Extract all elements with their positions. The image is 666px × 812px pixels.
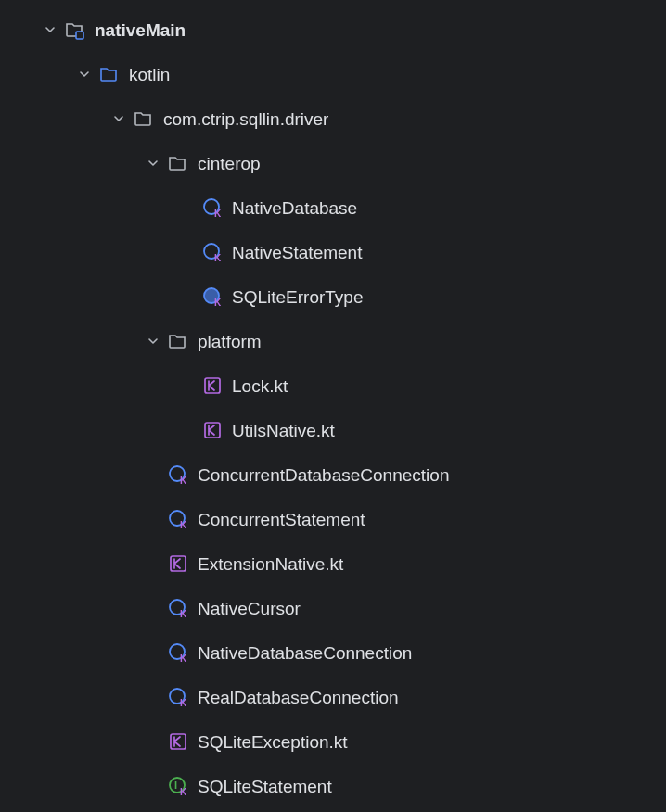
kotlin-enum-icon	[202, 286, 223, 307]
tree-item-label: platform	[198, 333, 262, 350]
chevron-down-icon[interactable]	[144, 332, 162, 350]
tree-item[interactable]: Lock.kt	[0, 363, 666, 408]
tree-item-label: ConcurrentDatabaseConnection	[198, 466, 449, 484]
folder-icon	[134, 108, 154, 129]
kotlin-class-icon	[168, 687, 188, 707]
kotlin-class-icon	[168, 598, 188, 618]
kotlin-class-icon	[168, 464, 188, 485]
tree-item-label: NativeDatabase	[232, 199, 357, 217]
kotlin-file-icon	[202, 420, 223, 440]
kotlin-file-icon	[202, 375, 223, 396]
folder-icon	[168, 153, 188, 173]
tree-item[interactable]: NativeStatement	[0, 230, 666, 274]
kotlin-file-icon	[168, 553, 188, 574]
tree-item[interactable]: cinterop	[0, 141, 666, 185]
tree-item[interactable]: platform	[0, 319, 666, 363]
tree-item[interactable]: UtilsNative.kt	[0, 408, 666, 452]
tree-item-label: SQLiteErrorType	[232, 288, 364, 306]
tree-item[interactable]: SQLiteErrorType	[0, 274, 666, 319]
kotlin-class-icon	[202, 197, 223, 218]
kotlin-file-icon	[168, 731, 188, 752]
tree-item-label: NativeCursor	[198, 600, 301, 617]
kotlin-class-icon	[168, 509, 188, 529]
tree-item[interactable]: RealDatabaseConnection	[0, 675, 666, 719]
tree-item-label: RealDatabaseConnection	[198, 689, 399, 706]
module-folder-icon	[65, 19, 85, 40]
folder-icon	[168, 331, 188, 351]
tree-item[interactable]: SQLiteException.kt	[0, 719, 666, 764]
tree-item-label: nativeMain	[95, 21, 186, 39]
tree-item-label: cinterop	[198, 155, 261, 172]
tree-item-label: ExtensionNative.kt	[198, 555, 343, 573]
tree-item[interactable]: NativeDatabaseConnection	[0, 630, 666, 675]
tree-item[interactable]: ConcurrentStatement	[0, 497, 666, 541]
tree-item[interactable]: com.ctrip.sqllin.driver	[0, 96, 666, 141]
tree-item[interactable]: nativeMain	[0, 7, 666, 52]
tree-item-label: NativeDatabaseConnection	[198, 644, 412, 662]
tree-item[interactable]: NativeCursor	[0, 586, 666, 630]
tree-item-label: ConcurrentStatement	[198, 511, 365, 528]
tree-item[interactable]: ConcurrentDatabaseConnection	[0, 452, 666, 497]
chevron-down-icon[interactable]	[109, 109, 128, 128]
kotlin-class-icon	[168, 642, 188, 663]
source-folder-icon	[99, 64, 120, 84]
tree-item-label: Lock.kt	[232, 377, 288, 395]
tree-item-label: com.ctrip.sqllin.driver	[163, 110, 328, 128]
tree-item[interactable]: NativeDatabase	[0, 185, 666, 230]
project-tree: nativeMainkotlincom.ctrip.sqllin.driverc…	[0, 7, 666, 808]
kotlin-interface-icon	[168, 776, 188, 796]
chevron-down-icon[interactable]	[41, 20, 59, 39]
kotlin-class-icon	[202, 242, 223, 262]
tree-item[interactable]: SQLiteStatement	[0, 764, 666, 808]
tree-item-label: kotlin	[129, 66, 170, 83]
tree-item-label: NativeStatement	[232, 244, 362, 261]
tree-item-label: SQLiteException.kt	[198, 733, 348, 751]
chevron-down-icon[interactable]	[75, 65, 94, 83]
chevron-down-icon[interactable]	[144, 154, 162, 172]
tree-item[interactable]: ExtensionNative.kt	[0, 541, 666, 586]
tree-item-label: UtilsNative.kt	[232, 422, 335, 439]
tree-item[interactable]: kotlin	[0, 52, 666, 96]
tree-item-label: SQLiteStatement	[198, 778, 332, 795]
